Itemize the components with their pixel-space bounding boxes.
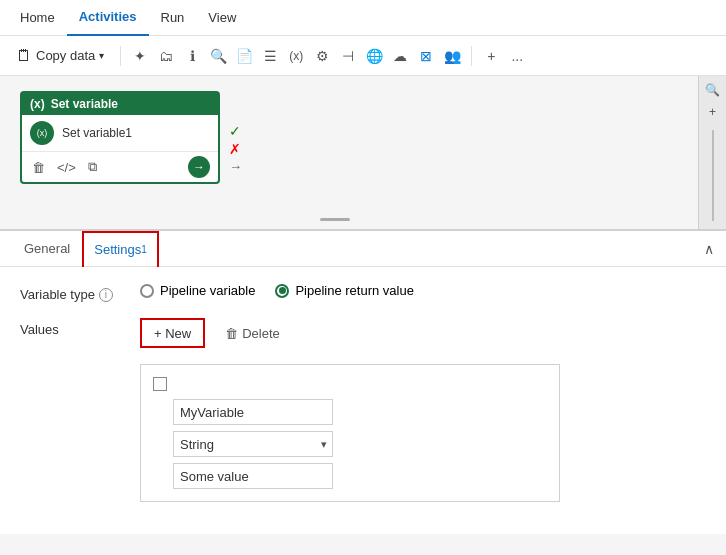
delete-icon: 🗑: [225, 326, 238, 341]
status-x-icon: ✗: [229, 141, 242, 157]
outlook-icon[interactable]: ⊠: [415, 45, 437, 67]
values-table: String Integer Boolean Array Object Secu…: [140, 364, 560, 502]
tab-settings-label: Settings: [94, 242, 141, 257]
radio-pipeline-return[interactable]: Pipeline return value: [275, 283, 414, 298]
tab-settings-badge: 1: [141, 244, 147, 255]
canvas-divider: [320, 218, 350, 221]
variable-type-label: Variable type i: [20, 283, 120, 302]
zoom-scrollbar[interactable]: [712, 130, 714, 221]
values-table-header: [153, 377, 547, 391]
copy-data-chevron-icon: ▾: [99, 50, 104, 61]
node-delete-button[interactable]: 🗑: [30, 158, 47, 177]
variable-type-radio-group: Pipeline variable Pipeline return value: [140, 283, 706, 298]
variable-type-row: Variable type i Pipeline variable Pipeli…: [20, 283, 706, 302]
zoom-search-button[interactable]: 🔍: [702, 80, 724, 100]
variable-icon: (x): [30, 97, 45, 111]
activity-icon[interactable]: 🗂: [155, 45, 177, 67]
activity-node-body: (x) Set variable1: [22, 115, 218, 151]
status-arrow-icon: →: [229, 159, 242, 174]
teams-icon[interactable]: 👥: [441, 45, 463, 67]
add-icon[interactable]: +: [480, 45, 502, 67]
values-row: Values + New 🗑 Delete: [20, 318, 706, 502]
values-controls: + New 🗑 Delete String: [140, 318, 706, 502]
values-label: Values: [20, 318, 120, 337]
activity-node-footer: 🗑 </> ⧉ →: [22, 151, 218, 182]
toolbar-separator-1: [120, 46, 121, 66]
nav-view[interactable]: View: [196, 0, 248, 36]
nav-activities[interactable]: Activities: [67, 0, 149, 36]
document-icon[interactable]: 📄: [233, 45, 255, 67]
panel-content: Variable type i Pipeline variable Pipeli…: [0, 267, 726, 534]
node-body-icon: (x): [30, 121, 54, 145]
type-select[interactable]: String Integer Boolean Array Object Secu…: [173, 431, 333, 457]
delete-button[interactable]: 🗑 Delete: [213, 318, 292, 348]
values-action-group: + New 🗑 Delete: [140, 318, 706, 348]
node-copy-button[interactable]: ⧉: [86, 157, 99, 177]
variable-type-info-icon[interactable]: i: [99, 288, 113, 302]
variable-name-input[interactable]: [173, 399, 333, 425]
copy-data-label: Copy data: [36, 48, 95, 63]
nav-run[interactable]: Run: [149, 0, 197, 36]
node-code-button[interactable]: </>: [55, 158, 78, 177]
radio-pipeline-variable-circle: [140, 284, 154, 298]
canvas-resize-handle[interactable]: [0, 209, 670, 229]
node-status: ✓ ✗ →: [229, 123, 242, 174]
tab-settings[interactable]: Settings1: [82, 231, 159, 267]
value-input[interactable]: [173, 463, 333, 489]
globe-icon[interactable]: 🌐: [363, 45, 385, 67]
nav-home[interactable]: Home: [8, 0, 67, 36]
toolbar-separator-2: [471, 46, 472, 66]
radio-pipeline-variable-label: Pipeline variable: [160, 283, 255, 298]
tab-strip: General Settings1 ∧: [0, 231, 726, 267]
tab-general-label: General: [24, 241, 70, 256]
select-all-checkbox[interactable]: [153, 377, 167, 391]
expression-icon[interactable]: (x): [285, 45, 307, 67]
radio-pipeline-return-circle: [275, 284, 289, 298]
activity-node-title: Set variable: [51, 97, 118, 111]
tab-general[interactable]: General: [12, 231, 82, 267]
copy-data-icon: 🗒: [16, 47, 32, 65]
status-check-icon: ✓: [229, 123, 242, 139]
variable-type-controls: Pipeline variable Pipeline return value: [140, 283, 706, 298]
bottom-panel: General Settings1 ∧ Variable type i Pipe…: [0, 231, 726, 534]
info-icon[interactable]: ℹ: [181, 45, 203, 67]
values-data-row: String Integer Boolean Array Object Secu…: [173, 399, 547, 489]
type-select-wrapper: String Integer Boolean Array Object Secu…: [173, 431, 333, 457]
pipeline-icon[interactable]: ✦: [129, 45, 151, 67]
activity-node-body-label: Set variable1: [62, 126, 132, 140]
more-icon[interactable]: ...: [506, 45, 528, 67]
copy-data-button[interactable]: 🗒 Copy data ▾: [8, 40, 112, 72]
split-icon[interactable]: ⊣: [337, 45, 359, 67]
nav-bar: Home Activities Run View: [0, 0, 726, 36]
panel-collapse-button[interactable]: ∧: [704, 241, 714, 257]
activity-node-header: (x) Set variable: [22, 93, 218, 115]
radio-pipeline-variable[interactable]: Pipeline variable: [140, 283, 255, 298]
activity-node[interactable]: (x) Set variable (x) Set variable1 🗑 </>…: [20, 91, 220, 184]
node-arrow-button[interactable]: →: [188, 156, 210, 178]
zoom-in-button[interactable]: +: [702, 102, 724, 122]
search-icon[interactable]: 🔍: [207, 45, 229, 67]
canvas-main[interactable]: (x) Set variable (x) Set variable1 🗑 </>…: [0, 76, 698, 229]
delete-label: Delete: [242, 326, 280, 341]
list-icon[interactable]: ☰: [259, 45, 281, 67]
canvas-area: (x) Set variable (x) Set variable1 🗑 </>…: [0, 76, 726, 231]
canvas-sidebar: 🔍 +: [698, 76, 726, 229]
new-button[interactable]: + New: [140, 318, 205, 348]
transform-icon[interactable]: ⚙: [311, 45, 333, 67]
radio-pipeline-return-label: Pipeline return value: [295, 283, 414, 298]
cloud-icon[interactable]: ☁: [389, 45, 411, 67]
toolbar: 🗒 Copy data ▾ ✦ 🗂 ℹ 🔍 📄 ☰ (x) ⚙ ⊣ 🌐 ☁ ⊠ …: [0, 36, 726, 76]
